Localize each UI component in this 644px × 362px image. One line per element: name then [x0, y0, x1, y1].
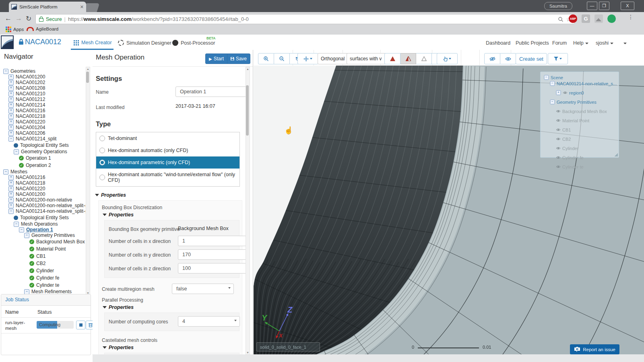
nav-help[interactable]: Help	[573, 40, 588, 46]
expand-icon[interactable]: +	[8, 86, 14, 91]
project-title[interactable]: NACA0012	[25, 38, 61, 46]
browser-menu-icon[interactable]: ⋮	[628, 14, 634, 20]
expand-icon[interactable]: +	[8, 192, 14, 197]
scroll-up-icon[interactable]: ▲	[246, 68, 250, 70]
navigator-item[interactable]: −Geometries	[0, 68, 85, 74]
navigator-item[interactable]: +NACA001200	[0, 74, 85, 80]
name-input[interactable]	[175, 86, 246, 97]
url-bar[interactable]: Secure | https://www.simscale.com/workbe…	[35, 14, 575, 24]
radio-icon[interactable]	[99, 175, 105, 180]
navigator-item[interactable]: +NACA001206	[0, 130, 85, 136]
expand-icon[interactable]: +	[8, 175, 14, 180]
nav-public-projects[interactable]: Public Projects	[516, 40, 549, 46]
navigator-item[interactable]: +NACA001216	[0, 108, 85, 113]
expand-icon[interactable]: +	[8, 91, 14, 97]
navigator-item[interactable]: ✓CB2	[0, 260, 85, 267]
navigator-scrollbar[interactable]: ▲ ▼	[86, 67, 90, 295]
navigator-item[interactable]: +NACA001200-non-relative_split-geom	[0, 203, 85, 208]
cores-select[interactable]: 4	[178, 316, 240, 327]
navigator-item[interactable]: +NACA001210	[0, 91, 85, 97]
adblock-extension-icon[interactable]: ABP	[569, 14, 577, 23]
bookmark-apps[interactable]: Apps	[6, 27, 24, 32]
radio-icon[interactable]	[99, 148, 105, 153]
navigator-item[interactable]: ✓Material Point	[0, 245, 85, 253]
report-issue-button[interactable]: Report an issue	[570, 344, 619, 354]
scene-item[interactable]: −Geometry Primitives	[542, 99, 617, 105]
navigator-item[interactable]: +NACA001212	[0, 97, 85, 102]
nav-forum[interactable]: Forum	[552, 40, 567, 46]
scene-item[interactable]: +region0	[542, 90, 617, 96]
hide-faces-button[interactable]	[416, 53, 432, 64]
scene-item[interactable]: Background Mesh Box	[542, 108, 617, 114]
cells-z-input[interactable]	[178, 263, 246, 274]
navigator-item[interactable]: +NACA001204	[0, 125, 85, 130]
navigator-item[interactable]: +NACA001200-non-relative	[0, 197, 85, 203]
tab-mesh-creator[interactable]: Mesh Creator	[74, 40, 112, 45]
navigator-item[interactable]: ✓CB1	[0, 253, 85, 260]
navigator-item[interactable]: −Meshes	[0, 169, 85, 175]
image-extension-icon[interactable]	[594, 14, 603, 23]
reload-icon[interactable]: ↻	[26, 14, 31, 23]
scene-item[interactable]: −Scene	[542, 74, 617, 80]
start-button[interactable]: ▶ Start	[205, 53, 229, 64]
scroll-down-icon[interactable]: ▼	[246, 351, 250, 354]
navigator-item[interactable]: +NACA001202	[0, 80, 85, 85]
scene-item[interactable]: Cylinder	[542, 145, 617, 151]
url-text[interactable]: https://www.simscale.com/workbench/?pid=…	[68, 16, 555, 22]
google-extension-icon[interactable]: G	[582, 14, 590, 23]
eye-icon[interactable]	[556, 119, 561, 122]
eye-icon[interactable]	[563, 91, 568, 95]
castellated-properties-header[interactable]: Properties	[103, 345, 239, 350]
collapse-icon[interactable]: −	[19, 227, 24, 232]
expand-icon[interactable]: +	[8, 203, 14, 208]
scroll-thumb[interactable]	[86, 72, 89, 83]
hide-selection-button[interactable]	[484, 53, 500, 64]
close-button[interactable]: X	[621, 2, 634, 10]
eye-icon[interactable]	[556, 109, 561, 113]
navigator-item[interactable]: Topological Entity Sets	[0, 142, 85, 149]
radio-icon[interactable]	[99, 160, 105, 165]
eye-icon[interactable]	[556, 128, 561, 132]
mesh-type-option[interactable]: Hex-dominant automatic "wind-tunnel/exte…	[96, 169, 239, 186]
show-all-faces-button[interactable]	[384, 53, 400, 64]
navigator-item[interactable]: −Mesh Operations	[0, 221, 85, 227]
navigator-item[interactable]: ✓Operation 2	[0, 162, 85, 169]
navigator-item[interactable]: ✓Operation 1	[0, 154, 85, 162]
collapse-icon[interactable]: −	[3, 69, 8, 74]
navigator-item[interactable]: Topological Entity Sets	[0, 214, 85, 221]
nav-user-menu[interactable]: sjoshi	[596, 40, 613, 46]
nav-more-menu[interactable]	[622, 40, 627, 46]
scroll-thumb[interactable]	[246, 85, 249, 136]
browser-tab[interactable]: SimScale Platform ✕	[9, 2, 86, 12]
expand-icon[interactable]: +	[8, 119, 14, 125]
show-selected-faces-button[interactable]	[400, 53, 416, 64]
navigator-item[interactable]: +NACA001214	[0, 102, 85, 108]
navigator-item[interactable]: −Operation 1	[0, 227, 85, 232]
scene-tree-overlay[interactable]: −Scene−NACA001214-non-relative_s...+regi…	[540, 72, 619, 158]
viewport-canvas-area[interactable]: −Scene−NACA001214-non-relative_s...+regi…	[254, 66, 644, 354]
eye-icon[interactable]	[556, 156, 561, 159]
nav-dashboard[interactable]: Dashboard	[486, 40, 510, 46]
collapse-icon[interactable]: −	[14, 222, 19, 227]
navigator-item[interactable]: +NACA001218	[0, 113, 85, 119]
tab-post-processor[interactable]: Post-Processor	[172, 40, 215, 46]
scroll-up-icon[interactable]: ▲	[86, 68, 90, 70]
collapse-icon[interactable]: −	[8, 136, 14, 142]
radio-icon[interactable]	[99, 136, 105, 141]
navigator-item[interactable]: ✓Cylinder te	[0, 282, 85, 289]
collapse-icon[interactable]: −	[550, 81, 555, 86]
restore-button[interactable]: ❐	[599, 2, 609, 10]
expand-icon[interactable]: +	[8, 186, 14, 191]
multiregion-select[interactable]: false	[172, 284, 234, 294]
navigator-item[interactable]: +NACA001216	[0, 175, 85, 180]
navigator-item[interactable]: −NACA001214-non-relative_split-geom	[0, 208, 85, 214]
eye-icon[interactable]	[556, 146, 561, 150]
expand-icon[interactable]: +	[556, 90, 561, 95]
zoom-page-icon[interactable]	[558, 16, 564, 22]
create-set-button[interactable]: Create set	[516, 53, 547, 64]
navigator-item[interactable]: +NACA001208	[0, 85, 85, 91]
pan-mode-button[interactable]	[297, 53, 318, 64]
back-icon[interactable]: ←	[5, 14, 12, 23]
hangouts-extension-icon[interactable]	[607, 14, 616, 23]
zoom-in-button[interactable]	[258, 53, 274, 64]
